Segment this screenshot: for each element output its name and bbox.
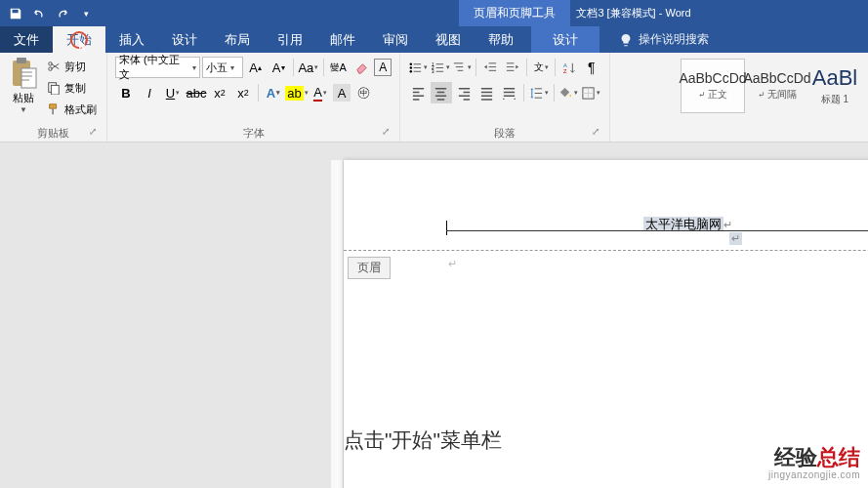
tab-review[interactable]: 审阅 — [369, 26, 422, 53]
italic-button[interactable]: I — [139, 82, 160, 103]
borders-button[interactable]: ▾ — [581, 82, 601, 103]
paragraph-mark-icon: ↵ — [729, 232, 742, 245]
cut-label: 剪切 — [64, 60, 86, 74]
header-zone[interactable]: 太平洋电脑网↵ ↵ — [344, 160, 868, 250]
font-color-button[interactable]: A▾ — [310, 82, 331, 103]
tab-design[interactable]: 设计 — [158, 26, 211, 53]
dialog-launcher-icon[interactable]: ⤢ — [592, 126, 603, 138]
bullets-button[interactable]: ▾ — [408, 57, 428, 78]
decrease-indent-button[interactable] — [480, 57, 500, 78]
group-styles: AaBbCcDd ⤶正文 AaBbCcDd ⤶无间隔 AaBl 标题 1 — [673, 53, 868, 142]
save-button[interactable] — [5, 3, 26, 24]
bucket-icon — [558, 86, 573, 101]
svg-rect-2 — [21, 68, 36, 88]
style-heading1[interactable]: AaBl 标题 1 — [809, 59, 860, 113]
tutorial-caption: 点击"开始"菜单栏 — [344, 427, 502, 454]
contextual-tab-label: 页眉和页脚工具 — [459, 0, 570, 26]
grow-font-button[interactable]: A▴ — [245, 57, 267, 78]
show-marks-button[interactable]: ¶ — [582, 57, 601, 78]
style-normal[interactable]: AaBbCcDd ⤶正文 — [681, 59, 745, 113]
change-case-button[interactable]: Aa▾ — [298, 57, 319, 78]
paragraph-mark-icon: ↵ — [448, 258, 457, 270]
tab-view[interactable]: 视图 — [422, 26, 475, 53]
line-spacing-button[interactable]: ▾ — [528, 82, 549, 103]
highlight-button[interactable]: ab▾ — [286, 82, 308, 103]
paste-label: 粘贴 — [13, 91, 34, 105]
eraser-icon — [354, 61, 369, 75]
subscript-button[interactable]: x2 — [209, 82, 230, 103]
brush-icon — [47, 102, 61, 116]
font-size-combo[interactable]: 小五▾ — [202, 57, 243, 78]
tab-references[interactable]: 引用 — [264, 26, 316, 53]
increase-indent-button[interactable] — [503, 57, 522, 78]
align-center-button[interactable] — [431, 82, 451, 103]
format-painter-label: 格式刷 — [64, 102, 97, 117]
undo-button[interactable] — [28, 3, 50, 24]
cut-button[interactable]: 剪切 — [47, 57, 97, 76]
svg-text:Z: Z — [563, 68, 567, 74]
paste-button[interactable]: 粘贴 ▼ — [4, 55, 43, 124]
header-underline — [446, 230, 868, 231]
distributed-button[interactable] — [499, 82, 519, 103]
copy-button[interactable]: 复制 — [47, 78, 97, 98]
asian-layout-button[interactable]: 文▾ — [531, 57, 551, 78]
tab-file[interactable]: 文件 — [0, 26, 53, 53]
group-label-paragraph: 段落 ⤢ — [404, 124, 605, 142]
scissors-icon — [47, 60, 61, 73]
copy-icon — [47, 81, 61, 95]
dialog-launcher-icon[interactable]: ⤢ — [382, 126, 393, 138]
tell-me-search[interactable]: 操作说明搜索 — [619, 26, 709, 53]
char-shading-button[interactable]: A — [333, 84, 351, 102]
tab-insert[interactable]: 插入 — [105, 26, 158, 53]
chevron-down-icon: ▼ — [20, 105, 27, 114]
phonetic-guide-button[interactable]: 變A — [328, 57, 350, 78]
numbering-button[interactable]: 123▾ — [430, 57, 449, 78]
bulb-icon — [619, 33, 633, 47]
svg-text:3: 3 — [432, 69, 434, 74]
format-painter-button[interactable]: 格式刷 — [47, 100, 97, 119]
svg-rect-1 — [17, 58, 26, 63]
header-tag: 页眉 — [348, 257, 391, 279]
text-effects-button[interactable]: A▾ — [263, 82, 284, 103]
paragraph-mark-icon: ↵ — [723, 219, 732, 230]
svg-point-5 — [410, 62, 412, 64]
shrink-font-button[interactable]: A▾ — [268, 57, 289, 78]
enclose-char-button[interactable]: ㊥ — [352, 82, 374, 103]
sort-button[interactable]: AZ — [559, 57, 579, 78]
font-name-combo[interactable]: 宋体 (中文正文▾ — [115, 57, 200, 78]
tab-home[interactable]: 开始 — [53, 26, 105, 53]
document-title: 文档3 [兼容模式] - Word — [576, 6, 690, 20]
dialog-launcher-icon[interactable]: ⤢ — [89, 126, 101, 138]
tab-mail[interactable]: 邮件 — [316, 26, 369, 53]
shading-button[interactable]: ▾ — [558, 82, 579, 103]
multilevel-list-button[interactable]: ▾ — [452, 57, 472, 78]
char-border-button[interactable]: A — [374, 59, 392, 76]
group-label-font: 字体 ⤢ — [111, 124, 395, 142]
vertical-ruler[interactable] — [331, 160, 344, 488]
ribbon-tabs: 文件 开始 插入 设计 布局 引用 邮件 审阅 视图 帮助 设计 操作说明搜索 — [0, 26, 868, 53]
underline-button[interactable]: U▾ — [162, 82, 184, 103]
bold-button[interactable]: B — [115, 82, 137, 103]
justify-button[interactable] — [476, 82, 497, 103]
group-label-clipboard: 剪贴板 ⤢ — [4, 124, 103, 142]
align-right-button[interactable] — [454, 82, 475, 103]
strikethrough-button[interactable]: abc — [186, 82, 207, 103]
redo-button[interactable] — [52, 3, 73, 24]
tab-header-footer-design[interactable]: 设计 — [531, 26, 599, 53]
tab-help[interactable]: 帮助 — [475, 26, 527, 53]
title-bar: ▾ 页眉和页脚工具 文档3 [兼容模式] - Word — [0, 0, 868, 26]
header-text[interactable]: 太平洋电脑网 — [643, 217, 723, 231]
superscript-button[interactable]: x2 — [232, 82, 254, 103]
svg-point-6 — [410, 66, 412, 68]
tab-layout[interactable]: 布局 — [211, 26, 264, 53]
copy-label: 复制 — [64, 81, 86, 96]
style-no-spacing[interactable]: AaBbCcDd ⤶无间隔 — [745, 59, 809, 113]
svg-rect-4 — [51, 85, 59, 95]
clear-formatting-button[interactable] — [351, 57, 373, 78]
header-boundary — [344, 250, 868, 251]
align-left-button[interactable] — [408, 82, 429, 103]
watermark: 经验总结 jingyanzongjie.com — [768, 446, 860, 480]
tell-me-label: 操作说明搜索 — [639, 31, 709, 48]
paste-icon — [9, 57, 38, 90]
qat-customize-button[interactable]: ▾ — [75, 3, 97, 24]
